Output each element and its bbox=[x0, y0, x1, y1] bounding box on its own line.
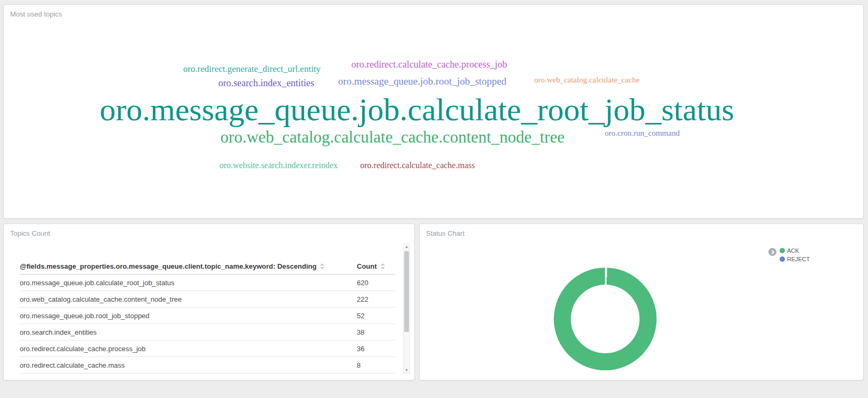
panel-title: Status Chart bbox=[426, 229, 464, 237]
legend-dot-icon bbox=[780, 248, 785, 253]
count-cell: 8 bbox=[357, 361, 395, 369]
count-cell: 36 bbox=[357, 345, 395, 353]
scrollbar-thumb[interactable] bbox=[404, 251, 409, 332]
tag-cloud-word[interactable]: oro.redirect.calculate_cache.mass bbox=[360, 161, 474, 170]
scroll-up-icon[interactable] bbox=[404, 244, 410, 250]
scroll-down-icon[interactable] bbox=[404, 367, 410, 374]
table-body: oro.message_queue.job.calculate_root_job… bbox=[20, 275, 395, 374]
table-row: oro.message_queue.job.root_job_stopped 5… bbox=[20, 308, 395, 324]
tag-cloud-word[interactable]: oro.message_queue.job.calculate_root_job… bbox=[100, 94, 734, 126]
tag-cloud-word[interactable]: oro.website.search.indexer.reindex bbox=[219, 161, 338, 170]
column-header-count[interactable]: Count bbox=[357, 262, 395, 270]
count-cell: 52 bbox=[357, 312, 395, 320]
donut-hole bbox=[571, 285, 640, 353]
table-row: oro.redirect.calculate_cache.mass 8 bbox=[20, 357, 395, 374]
topic-cell: oro.message_queue.job.calculate_root_job… bbox=[20, 279, 357, 287]
sort-icon[interactable] bbox=[381, 263, 385, 269]
tag-cloud-word[interactable]: oro.web_catalog.calculate_cache.content_… bbox=[220, 129, 564, 145]
count-cell: 222 bbox=[357, 295, 395, 303]
legend-label: REJECT bbox=[787, 256, 810, 262]
column-header-count-label: Count bbox=[357, 262, 377, 270]
tag-cloud-word[interactable]: oro.message_queue.job.root_job_stopped bbox=[338, 76, 506, 86]
topic-cell: oro.search.index_entities bbox=[20, 328, 357, 336]
tag-cloud-word[interactable]: oro.redirect.calculate_cache.process_job bbox=[351, 60, 507, 69]
tag-cloud-word[interactable]: oro.redirect.generate_direct_url.entity bbox=[183, 64, 321, 73]
panel-most-used-topics: Most used topics oro.redirect.generate_d… bbox=[3, 4, 864, 219]
topic-cell: oro.redirect.calculate_cache.process_job bbox=[20, 345, 357, 353]
topic-cell: oro.web_catalog.calculate_cache.content_… bbox=[20, 295, 357, 303]
panel-status-chart: Status Chart ACK REJECT bbox=[419, 223, 864, 380]
topic-cell: oro.redirect.calculate_cache.mass bbox=[20, 361, 357, 369]
column-header-topic-label: @fields.message_properties.oro.message_q… bbox=[20, 262, 316, 270]
legend-expand-icon[interactable] bbox=[768, 248, 776, 256]
legend-items: ACK REJECT bbox=[780, 247, 810, 262]
legend-item[interactable]: REJECT bbox=[780, 256, 810, 262]
topics-table: @fields.message_properties.oro.message_q… bbox=[20, 258, 395, 374]
chart-legend: ACK REJECT bbox=[768, 247, 810, 262]
table-row: oro.message_queue.job.calculate_root_job… bbox=[20, 275, 395, 291]
panel-title: Topics Count bbox=[10, 229, 50, 237]
legend-dot-icon bbox=[780, 256, 785, 262]
table-row: oro.web_catalog.calculate_cache.content_… bbox=[20, 291, 395, 308]
count-cell: 38 bbox=[357, 328, 395, 336]
sort-icon[interactable] bbox=[320, 263, 324, 269]
donut-chart[interactable] bbox=[554, 268, 657, 370]
legend-item[interactable]: ACK bbox=[780, 247, 810, 254]
tag-cloud-word[interactable]: oro.web_catalog.calculate_cache bbox=[534, 76, 640, 84]
panel-topics-count: Topics Count @fields.message_properties.… bbox=[3, 223, 415, 380]
table-scrollbar[interactable] bbox=[403, 243, 410, 374]
tag-cloud-word[interactable]: oro.cron.run_command bbox=[605, 129, 680, 137]
legend-label: ACK bbox=[787, 247, 799, 254]
topic-cell: oro.message_queue.job.root_job_stopped bbox=[20, 312, 357, 320]
count-cell: 620 bbox=[357, 279, 395, 287]
tag-cloud-word[interactable]: oro.search.index_entities bbox=[218, 78, 314, 88]
tag-cloud: oro.redirect.generate_direct_url.entity … bbox=[4, 5, 863, 218]
table-row: oro.search.index_entities 38 bbox=[20, 324, 395, 341]
table-header-row: @fields.message_properties.oro.message_q… bbox=[20, 258, 395, 275]
table-row: oro.redirect.calculate_cache.process_job… bbox=[20, 341, 395, 357]
column-header-topic[interactable]: @fields.message_properties.oro.message_q… bbox=[20, 262, 357, 270]
